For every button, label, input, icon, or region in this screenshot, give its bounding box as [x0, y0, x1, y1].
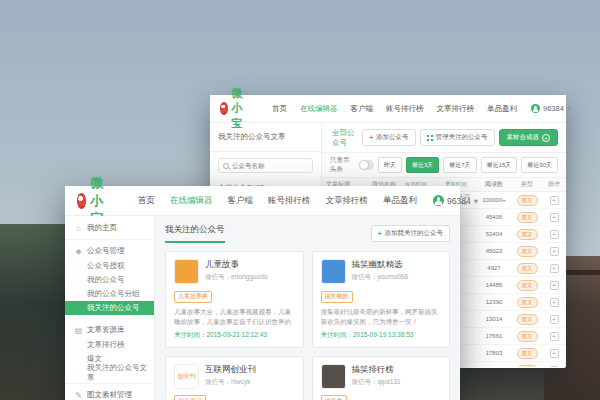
original-link-badge[interactable]: 原文	[517, 314, 538, 325]
collect-plus-icon[interactable]: +	[550, 230, 559, 239]
back-toolbar: 全部公众号 + 添加公众号 管理关注的公众号 素材合成器 +	[322, 123, 566, 153]
nav-product-profit[interactable]: 单品盈利	[383, 195, 417, 207]
nav-home[interactable]: 首页	[272, 104, 287, 114]
account-search-input[interactable]	[232, 162, 308, 169]
account-title[interactable]: 搞笑幽默精选	[352, 259, 408, 271]
nav-home[interactable]: 首页	[138, 195, 155, 207]
sidebar-item-my-homepage[interactable]: ⌂ 我的主页	[65, 220, 154, 236]
manage-followed-accounts-button[interactable]: 管理关注的公众号	[420, 129, 495, 146]
original-link-badge[interactable]: 原文	[517, 348, 538, 359]
account-card[interactable]: 创业刊 互联网创业刊 微信号：hlwcyk 创业资讯 互联网创业的时代，创业更需…	[165, 356, 304, 400]
add-followed-account-button[interactable]: + 添加我关注的公众号	[371, 225, 450, 242]
nav-account-ranking[interactable]: 账号排行榜	[386, 104, 424, 114]
sidebar: ⌂ 我的主页 ◈ 公众号管理 公众号授权 我的公众号 我的公众号分组 我关注的公…	[65, 216, 155, 400]
sidebar-item-followed-accounts[interactable]: 我关注的公众号	[65, 301, 154, 315]
user-count: 96384	[447, 196, 471, 206]
nav-online-editor[interactable]: 在线编辑器	[300, 104, 338, 114]
add-account-button[interactable]: + 添加公众号	[362, 129, 415, 146]
original-link-badge[interactable]: 原文	[517, 263, 538, 274]
sidebar-item-my-account-groups[interactable]: 我的公众号分组	[65, 287, 154, 301]
account-wechat-id: 微信号：qipa131	[352, 378, 401, 387]
original-link-badge[interactable]: 原文	[517, 331, 538, 342]
front-window-header: 微小宝 首页 在线编辑器 客户端 账号排行榜 文章排行榜 单品盈利 96384 …	[65, 186, 460, 216]
read-count: 45406	[476, 214, 512, 220]
collect-plus-icon[interactable]: +	[550, 366, 559, 368]
sidebar-item-account-authorize[interactable]: 公众号授权	[65, 259, 154, 273]
page-title: 我关注的公众号	[165, 224, 225, 243]
original-link-badge[interactable]: 原文	[517, 280, 538, 291]
account-card[interactable]: 搞笑幽默精选 微信号：youmo068 搞笑幽默 搜集最好玩最奇葩的新鲜事，网罗…	[312, 251, 451, 348]
account-category-tag: 搞笑幽默	[321, 291, 353, 303]
weixiaobao-mascot-icon	[220, 102, 228, 115]
weixiaobao-mascot-icon	[77, 193, 86, 209]
chevron-down-icon: ▾	[567, 104, 571, 113]
material-composer-button[interactable]: 素材合成器 +	[499, 129, 559, 146]
account-management-icon: ◈	[74, 247, 83, 256]
read-count: 45023	[476, 248, 512, 254]
collect-plus-icon[interactable]: +	[550, 196, 559, 205]
filter-yesterday[interactable]: 昨天	[378, 157, 402, 173]
original-link-badge[interactable]: 原文	[517, 195, 538, 206]
collect-plus-icon[interactable]: +	[550, 315, 559, 324]
read-count: 4927	[476, 265, 512, 271]
plus-circle-icon: +	[542, 134, 550, 142]
collect-plus-icon[interactable]: +	[550, 349, 559, 358]
account-search-box[interactable]	[218, 158, 313, 173]
user-count: 96384	[543, 104, 564, 113]
original-link-badge[interactable]: 原文	[517, 365, 538, 368]
nav-article-ranking[interactable]: 文章排行榜	[437, 104, 475, 114]
collect-plus-icon[interactable]: +	[550, 247, 559, 256]
sidebar-group-label[interactable]: ◈ 公众号管理	[65, 243, 154, 259]
plus-icon: +	[378, 230, 382, 237]
material-management-icon: ✎	[74, 391, 83, 400]
sidebar-group-label[interactable]: ▤ 文章资源库	[65, 322, 154, 338]
collect-plus-icon[interactable]: +	[550, 281, 559, 290]
account-avatar	[174, 259, 199, 284]
main-nav: 首页 在线编辑器 客户端 账号排行榜 文章排行榜 单品盈利	[272, 104, 517, 114]
read-count: 12390	[476, 299, 512, 305]
back-window-header: 微小宝 首页 在线编辑器 客户端 账号排行榜 文章排行榜 单品盈利 96384 …	[210, 95, 566, 123]
account-title[interactable]: 儿童故事	[205, 259, 268, 271]
original-link-badge[interactable]: 原文	[517, 297, 538, 308]
headline-only-toggle[interactable]	[359, 160, 374, 170]
sidebar-item-article-ranking[interactable]: 文章排行榜	[65, 338, 154, 352]
tab-all-accounts[interactable]: 全部公众号	[330, 120, 358, 156]
account-wechat-id: 微信号：youmo068	[352, 273, 408, 282]
filter-last-7-days[interactable]: 最近7天	[443, 157, 476, 173]
sidebar-group-material-management: ✎ 图文素材管理 素材中心 操作日志	[65, 383, 154, 400]
nav-article-ranking[interactable]: 文章排行榜	[326, 195, 369, 207]
user-menu[interactable]: 96384 ▾	[531, 104, 571, 113]
sidebar-group-label[interactable]: ✎ 图文素材管理	[65, 387, 154, 400]
original-link-badge[interactable]: 原文	[517, 229, 538, 240]
collect-plus-icon[interactable]: +	[550, 298, 559, 307]
nav-account-ranking[interactable]: 账号排行榜	[268, 195, 311, 207]
collect-plus-icon[interactable]: +	[550, 213, 559, 222]
background-left-trees	[0, 224, 66, 400]
sidebar-item-my-accounts[interactable]: 我的公众号	[65, 273, 154, 287]
account-title[interactable]: 搞笑排行榜	[352, 364, 401, 376]
account-wechat-id: 微信号：hlwcyk	[205, 378, 256, 387]
account-card[interactable]: 儿童故事 微信号：ertongguodu 儿童故事类 儿童故事大全，儿童故事视频…	[165, 251, 304, 348]
nav-online-editor[interactable]: 在线编辑器	[170, 195, 213, 207]
nav-product-profit[interactable]: 单品盈利	[487, 104, 517, 114]
account-title[interactable]: 互联网创业刊	[205, 364, 256, 376]
original-link-badge[interactable]: 原文	[517, 212, 538, 223]
user-menu[interactable]: 96384 ▾	[433, 195, 478, 206]
account-card[interactable]: 搞笑排行榜 微信号：qipa131 搞笑类 网罗天下新鲜幽默段子，搞笑、笑话、雷…	[312, 356, 451, 400]
nav-client[interactable]: 客户端	[228, 195, 254, 207]
filter-last-15-days[interactable]: 最近15天	[481, 157, 518, 173]
follow-time: 关注时间：2015-09-21 12:12:43	[174, 331, 295, 340]
read-count: 17803	[476, 350, 512, 356]
chevron-down-icon: ▾	[474, 196, 478, 206]
filter-last-3-days[interactable]: 最近3天	[406, 157, 439, 173]
sidebar-group-article-resources: ▤ 文章资源库 文章排行榜 爆文 我关注的公众号文章	[65, 318, 154, 380]
collect-plus-icon[interactable]: +	[550, 332, 559, 341]
original-link-badge[interactable]: 原文	[517, 246, 538, 257]
user-icon	[433, 195, 444, 206]
collect-plus-icon[interactable]: +	[550, 264, 559, 273]
filter-last-30-days[interactable]: 最近30天	[521, 157, 558, 173]
account-avatar: 创业刊	[174, 364, 199, 389]
nav-client[interactable]: 客户端	[351, 104, 374, 114]
follow-time: 关注时间：2015-09-19 13:38:53	[321, 331, 442, 340]
sidebar-item-followed-articles[interactable]: 我关注的公众号文章	[65, 366, 154, 380]
